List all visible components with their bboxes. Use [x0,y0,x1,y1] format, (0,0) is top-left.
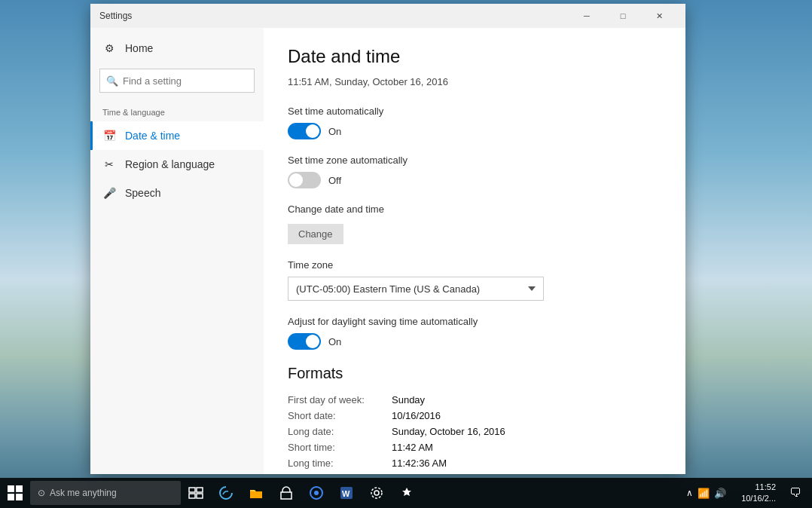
sidebar-item-speech[interactable]: 🎤 Speech [90,179,264,207]
sidebar-item-date-time[interactable]: 📅 Date & time [90,121,264,150]
windows-icon [8,485,23,500]
store-button[interactable] [271,478,301,508]
region-icon: ✂ [102,158,116,171]
network-icon: 📶 [698,488,710,499]
task-view-button[interactable] [181,478,211,508]
set-timezone-auto-toggle-row: Off [288,172,661,188]
timezone-row: Time zone (UTC-05:00) Eastern Time (US &… [288,259,661,301]
store-icon [279,485,294,500]
settings-window: Settings ─ □ ✕ ⚙ Home 🔍 Time & language … [90,4,685,474]
file-explorer-button[interactable] [241,478,271,508]
misc-button[interactable] [392,478,422,508]
svg-rect-8 [281,492,292,499]
task-view-icon [188,485,203,500]
title-bar: Settings ─ □ ✕ [90,4,685,28]
chevron-up-icon[interactable]: ∧ [686,488,693,498]
home-label: Home [125,42,153,54]
set-timezone-auto-toggle[interactable] [288,172,321,188]
timezone-wrapper: (UTC-05:00) Eastern Time (US & Canada) [288,277,544,301]
nav-region-label: Region & language [125,158,215,170]
svg-point-14 [371,488,382,498]
section-label: Time & language [90,99,264,121]
short-time-key: Short time: [288,442,386,453]
start-button[interactable] [0,478,30,508]
speech-icon: 🎤 [102,186,116,200]
set-timezone-auto-label: Set time zone automatically [288,155,661,166]
search-box: 🔍 [99,69,255,93]
window-controls: ─ □ ✕ [569,4,676,28]
short-time-value: 11:42 AM [392,442,661,453]
window-title: Settings [99,11,132,21]
chrome-icon [309,485,324,500]
svg-rect-2 [8,494,14,500]
chrome-button[interactable] [301,478,331,508]
set-time-auto-text: On [328,126,341,137]
long-date-key: Long date: [288,426,386,437]
home-nav-item[interactable]: ⚙ Home [90,34,264,63]
word-button[interactable]: W [331,478,362,508]
home-icon: ⚙ [102,41,116,55]
svg-point-10 [314,491,319,495]
svg-rect-4 [189,488,195,492]
taskbar-search-box[interactable]: ⊙ Ask me anything [30,481,181,505]
set-time-auto-row: Set time automatically On [288,106,661,139]
daylight-label: Adjust for daylight saving time automati… [288,316,661,327]
formats-table: First day of week: Sunday Short date: 10… [288,394,661,469]
notification-button[interactable]: 🗨 [785,486,806,500]
folder-icon [249,485,264,500]
timezone-label: Time zone [288,259,661,271]
first-day-value: Sunday [392,394,661,405]
cortana-icon: ⊙ [38,488,45,498]
volume-icon: 🔊 [714,488,726,499]
close-button[interactable]: ✕ [642,4,676,28]
calendar-icon: 📅 [102,129,116,142]
clock-time: 11:52 [741,482,776,493]
svg-point-13 [374,491,379,495]
change-datetime-label: Change date and time [288,204,661,215]
change-datetime-button[interactable]: Change [288,224,343,244]
toggle-knob-3 [306,335,319,348]
search-input[interactable] [123,75,249,87]
daylight-toggle-row: On [288,333,661,350]
toggle-knob-2 [289,173,303,187]
edge-icon [218,485,234,500]
long-date-value: Sunday, October 16, 2016 [392,426,661,437]
svg-rect-6 [189,494,195,498]
word-icon: W [339,485,354,500]
minimize-button[interactable]: ─ [569,4,604,28]
svg-rect-1 [16,485,23,492]
set-timezone-auto-row: Set time zone automatically Off [288,155,661,188]
system-tray: ∧ 📶 🔊 11:52 10/16/2... 🗨 [680,482,812,505]
daylight-toggle[interactable] [288,333,321,350]
window-body: ⚙ Home 🔍 Time & language 📅 Date & time ✂… [90,28,685,474]
settings-taskbar-button[interactable] [362,478,392,508]
formats-title: Formats [288,365,661,382]
long-time-key: Long time: [288,458,386,469]
daylight-text: On [328,336,341,347]
toggle-knob [306,124,319,138]
first-day-key: First day of week: [288,394,386,405]
short-date-key: Short date: [288,410,386,421]
sidebar-item-region[interactable]: ✂ Region & language [90,150,264,179]
maximize-button[interactable]: □ [606,4,640,28]
clock-date: 10/16/2... [741,493,776,504]
svg-rect-0 [8,485,14,492]
set-time-auto-toggle-row: On [288,123,661,139]
set-timezone-auto-text: Off [328,175,341,186]
set-time-auto-toggle[interactable] [288,123,321,139]
short-date-value: 10/16/2016 [392,410,661,421]
svg-text:W: W [342,489,350,498]
taskbar-clock[interactable]: 11:52 10/16/2... [735,482,782,505]
timezone-select[interactable]: (UTC-05:00) Eastern Time (US & Canada) [288,277,544,301]
sys-tray-icons: ∧ 📶 🔊 [680,488,732,499]
nav-date-time-label: Date & time [125,130,180,142]
edge-browser-button[interactable] [211,478,241,508]
long-time-value: 11:42:36 AM [392,458,661,469]
nav-speech-label: Speech [125,187,160,199]
gear-icon [369,485,384,500]
page-title: Date and time [288,46,661,67]
main-content: Date and time 11:51 AM, Sunday, October … [264,28,685,474]
search-icon: 🔍 [106,75,118,87]
svg-rect-3 [16,494,23,500]
daylight-row: Adjust for daylight saving time automati… [288,316,661,350]
